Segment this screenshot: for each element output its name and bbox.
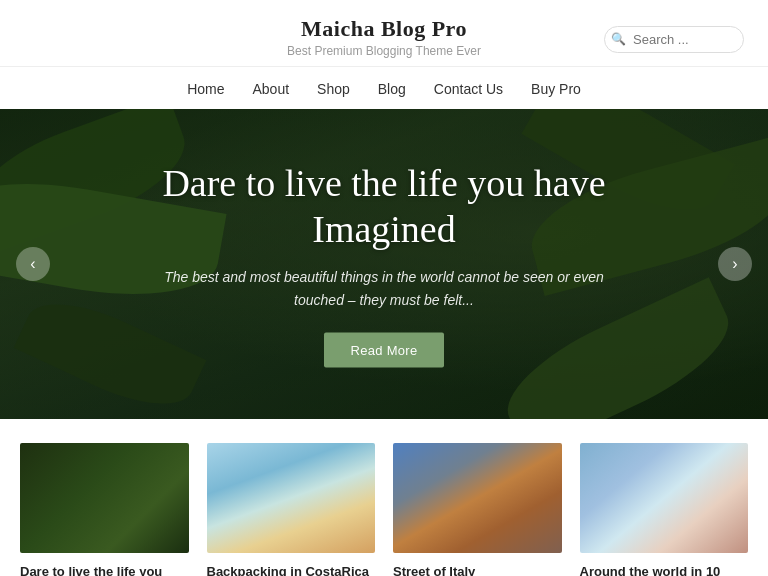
- blog-grid: Dare to live the life you Backpacking in…: [20, 443, 748, 576]
- hero-slider: Dare to live the life you have Imagined …: [0, 109, 768, 419]
- blog-thumb-3[interactable]: [393, 443, 562, 553]
- blog-thumb-2[interactable]: [207, 443, 376, 553]
- nav-shop[interactable]: Shop: [317, 81, 350, 97]
- hero-title: Dare to live the life you have Imagined: [144, 161, 624, 252]
- main-nav: Home About Shop Blog Contact Us Buy Pro: [0, 67, 768, 109]
- search-icon: 🔍: [603, 32, 626, 47]
- hero-content: Dare to live the life you have Imagined …: [144, 161, 624, 368]
- blog-card-title-4[interactable]: Around the world in 10 days: [580, 563, 749, 576]
- blog-section: Dare to live the life you Backpacking in…: [0, 419, 768, 576]
- nav-blog[interactable]: Blog: [378, 81, 406, 97]
- search-box[interactable]: 🔍: [603, 26, 744, 53]
- nav-home[interactable]: Home: [187, 81, 224, 97]
- hero-prev-button[interactable]: ‹: [16, 247, 50, 281]
- blog-thumb-1[interactable]: [20, 443, 189, 553]
- blog-card-3: Street of Italy 17TH FEBRUARY 2016 · 0 C…: [393, 443, 562, 576]
- blog-card-1: Dare to live the life you: [20, 443, 189, 576]
- nav-about[interactable]: About: [252, 81, 289, 97]
- blog-card-title-1[interactable]: Dare to live the life you: [20, 563, 189, 576]
- blog-thumb-4[interactable]: [580, 443, 749, 553]
- header-top: Maicha Blog Pro Best Premium Blogging Th…: [0, 16, 768, 58]
- site-header: Maicha Blog Pro Best Premium Blogging Th…: [0, 0, 768, 67]
- blog-card-title-2[interactable]: Backpacking in CostaRica: [207, 563, 376, 576]
- hero-next-button[interactable]: ›: [718, 247, 752, 281]
- nav-contact[interactable]: Contact Us: [434, 81, 503, 97]
- blog-card-4: Around the world in 10 days: [580, 443, 749, 576]
- hero-subtitle: The best and most beautiful things in th…: [144, 266, 624, 311]
- hero-read-more-button[interactable]: Read More: [324, 332, 443, 367]
- blog-card-title-3[interactable]: Street of Italy: [393, 563, 562, 576]
- blog-card-2: Backpacking in CostaRica: [207, 443, 376, 576]
- nav-buy-pro[interactable]: Buy Pro: [531, 81, 581, 97]
